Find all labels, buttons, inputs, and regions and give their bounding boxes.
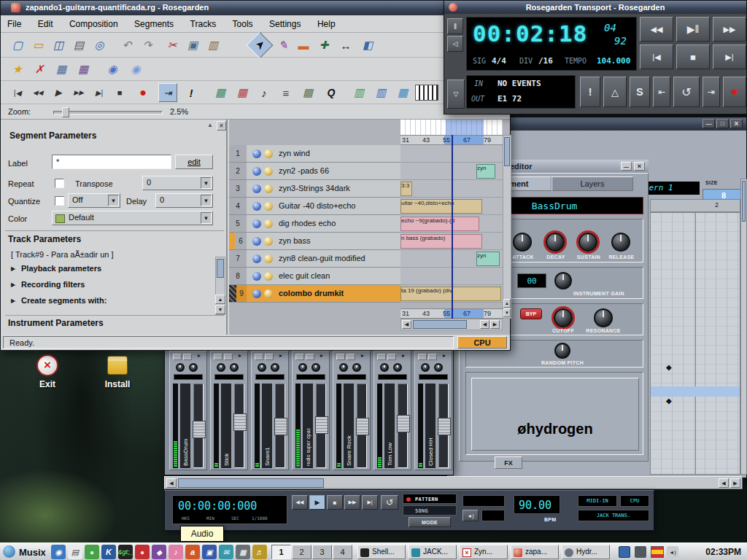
song-mode-button[interactable]: SONG (403, 505, 457, 516)
mute-button[interactable] (255, 354, 263, 360)
maximize-icon[interactable]: □ (716, 119, 729, 128)
track-row[interactable]: 4 Guitar -40 disto+echo (229, 198, 400, 215)
tray-volume-icon[interactable]: ◄) (667, 546, 678, 558)
tab-layers[interactable]: Layers (551, 176, 633, 191)
launcher-sound-icon[interactable]: ♬ (252, 545, 267, 559)
skip-end-button[interactable]: ▶| (362, 495, 378, 510)
solo-button[interactable] (265, 354, 274, 360)
pan-knob[interactable] (352, 363, 361, 372)
select-tool-icon[interactable]: ➤ (247, 32, 274, 59)
track-name[interactable]: zyn8 clean-guit modified (279, 254, 365, 262)
skip-start-button[interactable]: |◀ (640, 44, 673, 69)
minimize-icon[interactable]: — (703, 119, 715, 128)
record-led[interactable] (264, 289, 273, 298)
cut-icon[interactable]: ✂ (163, 36, 182, 55)
mode-switch-button[interactable]: MODE (409, 517, 451, 527)
zoom-slider-handle[interactable] (62, 107, 69, 117)
solo-button[interactable] (306, 354, 314, 360)
launcher-mixer-icon[interactable]: ▣ (202, 545, 217, 559)
redo-icon[interactable]: ↷ (138, 36, 157, 55)
distro-logo[interactable]: Musix (19, 547, 46, 558)
record-led[interactable] (264, 202, 273, 211)
attack-knob[interactable] (513, 233, 532, 252)
fast-forward-button[interactable]: ▶▶ (713, 17, 746, 42)
menu-composition[interactable]: Composition (63, 15, 125, 33)
scroll-left-icon[interactable]: ◀ (402, 320, 411, 329)
launcher-konqueror-icon[interactable]: K (101, 545, 116, 559)
fast-forward-icon[interactable]: ▶▶ (69, 83, 88, 102)
draw-tool-icon[interactable]: ✎ (274, 36, 293, 55)
pan-knob[interactable] (189, 363, 198, 372)
zoom-slider-track[interactable] (53, 111, 163, 114)
mute-led[interactable] (252, 202, 261, 211)
scrollbar-thumb[interactable] (217, 259, 224, 278)
fader-track[interactable] (193, 384, 204, 468)
menu-settings[interactable]: Settings (263, 15, 307, 33)
filter-bypass-button[interactable]: BYP (520, 308, 542, 319)
grid-selected-row[interactable] (651, 386, 740, 397)
transpose-combo[interactable]: 0 ▼ (142, 176, 213, 190)
fader-handle[interactable] (315, 416, 328, 434)
close-icon[interactable]: × (730, 119, 743, 128)
solo-button[interactable]: S (630, 77, 650, 107)
pan-knob[interactable] (298, 363, 307, 372)
solo-button[interactable] (428, 354, 437, 360)
solo-button[interactable] (347, 354, 355, 360)
segment[interactable]: ta 19 (grabado) (div (400, 287, 501, 301)
sustain-knob[interactable] (578, 233, 597, 252)
track-name[interactable]: zyn3-Strings 34dark (279, 184, 350, 192)
segment[interactable]: zyn (476, 164, 495, 179)
scroll-left-icon[interactable]: ◀ (719, 478, 729, 488)
desktop-icon-exit[interactable]: × Exit (29, 354, 66, 395)
stop-button[interactable]: ■ (327, 495, 343, 510)
menu-file[interactable]: File (1, 15, 28, 33)
track-row[interactable]: 1 zyn wind (229, 145, 400, 163)
minimize-icon[interactable]: — (621, 162, 632, 171)
event-list-icon[interactable]: ≡ (276, 83, 295, 102)
sig-value[interactable]: 4/4 (492, 56, 506, 66)
pan-knob[interactable] (393, 363, 402, 372)
track-name[interactable]: zyn bass (279, 236, 310, 245)
canvas-vscrollbar[interactable]: ▲ ▼ (503, 135, 511, 319)
loop-button[interactable]: ↺ (381, 495, 398, 510)
matrix-editor-icon[interactable]: ▦ (211, 83, 230, 102)
record-icon[interactable]: ● (133, 83, 152, 102)
transport-titlebar[interactable]: Rosegarden Transport - Rosegarden (444, 1, 746, 14)
random-pitch-knob[interactable] (554, 343, 570, 359)
track-name[interactable]: colombo drumkit (279, 289, 344, 298)
solo-button[interactable] (387, 354, 396, 360)
mute-led[interactable] (252, 167, 261, 176)
launcher-audacity-icon[interactable]: a (185, 545, 200, 559)
pan-knob[interactable] (311, 363, 320, 372)
synth-keyboard-icon[interactable]: ▦ (393, 83, 412, 102)
print-icon[interactable]: ▤ (69, 36, 88, 55)
track-name[interactable]: zyn2 -pads 66 (279, 166, 329, 175)
mute-led[interactable] (252, 237, 261, 246)
scroll-up-icon[interactable]: ▲ (215, 295, 225, 304)
play-sample-icon[interactable]: ▸ (320, 352, 323, 359)
mute-all-icon[interactable]: ▦ (52, 60, 71, 79)
add-track-icon[interactable]: ★ (8, 60, 27, 79)
mute-button[interactable] (214, 354, 222, 360)
track-row-selected[interactable]: 9 colombo drumkit (229, 285, 400, 303)
audio-mixer-icon[interactable]: ▥ (371, 83, 390, 102)
segment[interactable]: n bass (grabado) (400, 234, 482, 249)
pan-knob[interactable] (434, 363, 443, 372)
fader-track[interactable] (398, 384, 408, 468)
note-icon[interactable]: ◆ (666, 397, 672, 405)
scroll-right-icon[interactable]: ▶ (490, 320, 500, 329)
playback-parameters-section[interactable]: Playback parameters (21, 264, 101, 273)
resonance-knob[interactable] (594, 308, 613, 327)
pattern-vscrollbar[interactable] (740, 179, 747, 475)
note-icon[interactable]: ◆ (666, 363, 672, 371)
scroll-down-icon[interactable]: ▼ (215, 305, 225, 314)
play-sample-icon[interactable]: ▸ (402, 352, 405, 359)
open-folder-icon[interactable]: ▭ (28, 36, 47, 55)
expander-icon[interactable]: ▶ (11, 281, 15, 288)
task-button-hydrogen[interactable]: Hydr... (562, 545, 610, 559)
scroll-up-icon[interactable]: ▲ (503, 299, 511, 308)
track-row[interactable]: 7 zyn8 clean-guit modified (229, 250, 400, 268)
rewind-icon[interactable]: ◀◀ (28, 83, 47, 102)
mute-led[interactable] (252, 289, 261, 298)
play-icon[interactable]: ▶ (49, 83, 68, 102)
